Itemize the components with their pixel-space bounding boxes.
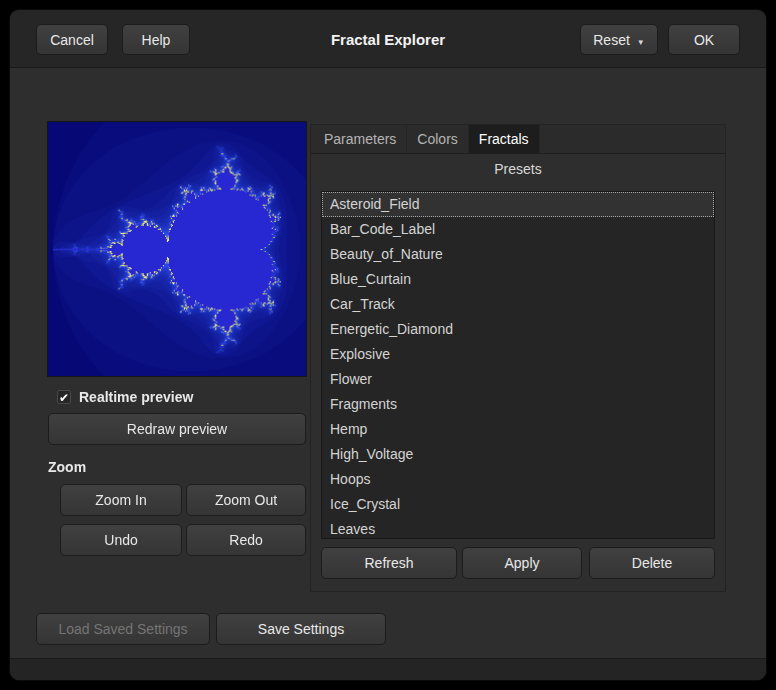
zoom-in-button[interactable]: Zoom In	[60, 484, 182, 516]
list-item[interactable]: Beauty_of_Nature	[322, 242, 714, 267]
list-item[interactable]: Fragments	[322, 392, 714, 417]
fractal-explorer-dialog: Fractal Explorer Cancel Help Reset OK Re…	[10, 10, 766, 680]
reset-dropdown-button[interactable]: Reset	[580, 24, 658, 55]
list-item[interactable]: Hemp	[322, 417, 714, 442]
realtime-preview-label: Realtime preview	[79, 389, 193, 405]
help-button[interactable]: Help	[122, 24, 190, 55]
reset-button-label: Reset	[593, 32, 630, 48]
zoom-out-button[interactable]: Zoom Out	[186, 484, 306, 516]
list-item[interactable]: Blue_Curtain	[322, 267, 714, 292]
presets-title: Presets	[311, 161, 725, 177]
redraw-preview-button[interactable]: Redraw preview	[48, 413, 306, 445]
cancel-button[interactable]: Cancel	[36, 24, 108, 55]
tab-fractals[interactable]: Fractals	[469, 125, 540, 153]
list-item[interactable]: Car_Track	[322, 292, 714, 317]
check-icon	[59, 388, 69, 406]
fractal-preview[interactable]	[48, 122, 306, 376]
chevron-down-icon	[637, 32, 645, 48]
save-settings-button[interactable]: Save Settings	[216, 613, 386, 645]
realtime-preview-checkbox[interactable]: Realtime preview	[57, 387, 193, 407]
list-item[interactable]: Hoops	[322, 467, 714, 492]
tab-bar: ParametersColorsFractals	[311, 125, 725, 154]
refresh-button[interactable]: Refresh	[321, 547, 457, 579]
apply-button[interactable]: Apply	[462, 547, 582, 579]
fractal-preview-frame	[48, 122, 306, 376]
ok-button[interactable]: OK	[668, 24, 740, 55]
preset-list[interactable]: Asteroid_FieldBar_Code_LabelBeauty_of_Na…	[321, 191, 715, 539]
list-item[interactable]: Ice_Crystal	[322, 492, 714, 517]
redo-button[interactable]: Redo	[186, 524, 306, 556]
undo-button[interactable]: Undo	[60, 524, 182, 556]
tab-colors[interactable]: Colors	[407, 125, 468, 153]
load-saved-settings-button[interactable]: Load Saved Settings	[36, 613, 210, 645]
dialog-bottom-strip	[10, 658, 766, 680]
preset-actions: Refresh Apply Delete	[321, 547, 723, 579]
notebook: ParametersColorsFractals Presets Asteroi…	[310, 124, 726, 592]
checkbox-box	[57, 390, 71, 404]
list-item[interactable]: Bar_Code_Label	[322, 217, 714, 242]
list-item[interactable]: Flower	[322, 367, 714, 392]
delete-button[interactable]: Delete	[589, 547, 715, 579]
list-item[interactable]: Explosive	[322, 342, 714, 367]
list-item[interactable]: Energetic_Diamond	[322, 317, 714, 342]
header-bar: Fractal Explorer Cancel Help Reset OK	[10, 10, 766, 68]
list-item[interactable]: Leaves	[322, 517, 714, 539]
zoom-section-label: Zoom	[48, 459, 86, 475]
list-item[interactable]: Asteroid_Field	[322, 192, 714, 217]
tab-parameters[interactable]: Parameters	[314, 125, 407, 153]
list-item[interactable]: High_Voltage	[322, 442, 714, 467]
